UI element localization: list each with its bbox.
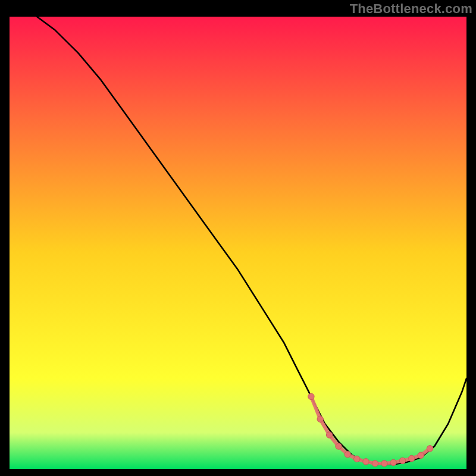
bottleneck-range-marker <box>409 455 415 461</box>
plot-area <box>10 17 466 469</box>
bottleneck-range-marker <box>308 393 314 399</box>
bottleneck-range-marker <box>427 446 433 452</box>
bottleneck-range-marker <box>381 461 387 466</box>
bottleneck-range-marker <box>345 452 350 458</box>
bottleneck-range-marker <box>317 416 323 422</box>
bottleneck-range-marker <box>354 456 360 462</box>
chart-stage: TheBottleneck.com <box>0 0 476 476</box>
bottleneck-range-marker <box>336 443 342 449</box>
gradient-background <box>10 17 466 469</box>
bottleneck-range-marker <box>372 461 378 466</box>
bottleneck-range-marker <box>390 459 396 465</box>
chart-svg <box>10 17 466 469</box>
bottleneck-range-marker <box>363 459 369 465</box>
bottleneck-range-marker <box>399 458 405 464</box>
bottleneck-range-marker <box>418 452 424 458</box>
watermark-text: TheBottleneck.com <box>350 1 472 17</box>
bottleneck-range-marker <box>326 432 332 438</box>
